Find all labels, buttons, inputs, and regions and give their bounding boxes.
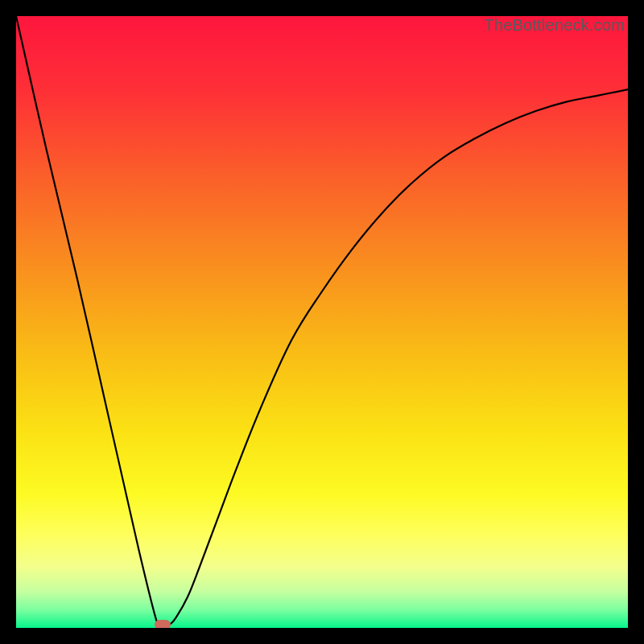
chart-frame: TheBottleneck.com (0, 0, 644, 644)
watermark-text: TheBottleneck.com (484, 16, 625, 35)
bottleneck-curve (16, 16, 628, 628)
minimum-marker (155, 620, 171, 628)
plot-area: TheBottleneck.com (16, 16, 628, 628)
